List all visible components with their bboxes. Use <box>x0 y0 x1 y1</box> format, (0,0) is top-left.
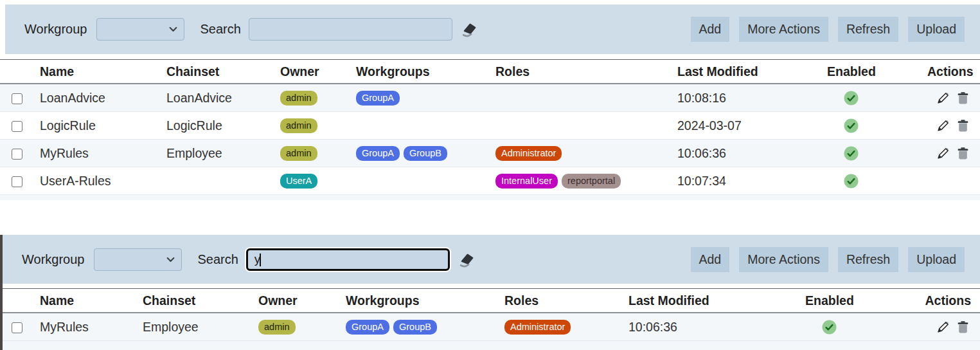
workgroup-select[interactable] <box>94 248 182 271</box>
column-header-actions: Actions <box>923 64 980 79</box>
column-header-roles[interactable]: Roles <box>492 64 673 79</box>
upload-button[interactable]: Upload <box>908 247 965 272</box>
table-row: MyRulesEmployeeadminGroupAGroupBAdminist… <box>0 140 980 167</box>
column-header-name[interactable]: Name <box>36 64 163 79</box>
check-circle-icon <box>822 320 920 335</box>
check-circle-icon <box>844 91 923 106</box>
checkbox-cell <box>0 174 36 189</box>
row-chainset: LoanAdvice <box>163 91 276 106</box>
refresh-button[interactable]: Refresh <box>838 247 898 272</box>
column-header-owner[interactable]: Owner <box>254 293 342 308</box>
workgroup-label: Workgroup <box>24 22 87 37</box>
column-header-owner[interactable]: Owner <box>276 64 352 79</box>
trash-icon[interactable] <box>956 91 970 105</box>
row-name: LogicRule <box>36 118 163 133</box>
column-header-chainset[interactable]: Chainset <box>163 64 276 79</box>
trash-icon[interactable] <box>956 119 970 133</box>
row-owner: UserA <box>276 173 352 189</box>
column-header-last-modified[interactable]: Last Modified <box>673 64 823 79</box>
row-checkbox[interactable] <box>12 322 22 333</box>
column-header-name[interactable]: Name <box>36 293 139 308</box>
owner-badge: UserA <box>280 174 317 189</box>
trash-icon[interactable] <box>956 147 970 160</box>
row-roles: Administrator <box>492 145 673 161</box>
column-header-last-modified[interactable]: Last Modified <box>625 293 801 308</box>
pencil-icon[interactable] <box>936 91 950 105</box>
table-row: LoanAdviceLoanAdviceadminGroupA10:08:16 <box>0 84 980 112</box>
row-checkbox[interactable] <box>12 149 22 160</box>
row-chainset: Employee <box>163 146 276 161</box>
row-enabled <box>823 118 923 133</box>
toolbar: Workgroup Search Add More Actions Refres <box>0 235 980 284</box>
column-header-workgroups[interactable]: Workgroups <box>342 293 501 308</box>
checkbox-cell <box>0 91 36 106</box>
chevron-down-icon <box>166 255 175 264</box>
upload-button[interactable]: Upload <box>908 17 965 42</box>
rules-management-page: Workgroup Search Add More Actions Refres <box>0 5 980 350</box>
chevron-down-icon <box>168 24 178 34</box>
eraser-icon[interactable] <box>458 251 476 268</box>
refresh-button[interactable]: Refresh <box>838 17 898 42</box>
eraser-icon[interactable] <box>461 21 478 38</box>
row-checkbox[interactable] <box>12 93 22 104</box>
row-roles: Administrator <box>501 319 625 335</box>
pencil-icon[interactable] <box>936 320 950 334</box>
row-owner: admin <box>276 118 352 134</box>
add-button[interactable]: Add <box>691 17 730 42</box>
row-enabled <box>823 174 923 189</box>
row-last-modified: 10:06:36 <box>625 320 801 335</box>
row-workgroups: GroupA <box>352 90 492 106</box>
role-badge: Administrator <box>495 146 562 161</box>
owner-badge: admin <box>280 146 317 161</box>
table-row: MyRulesEmployeeadminGroupAGroupBAdminist… <box>0 313 980 341</box>
column-header-roles[interactable]: Roles <box>501 293 625 308</box>
check-circle-icon <box>844 118 923 133</box>
toolbar: Workgroup Search Add More Actions Refres <box>5 5 980 54</box>
row-workgroups: GroupAGroupB <box>342 319 501 335</box>
row-last-modified: 10:07:34 <box>673 174 823 189</box>
role-badge: reportportal <box>562 174 621 189</box>
row-chainset: LogicRule <box>163 118 276 133</box>
column-header-chainset[interactable]: Chainset <box>139 293 254 308</box>
row-actions <box>923 91 980 105</box>
more-actions-button[interactable]: More Actions <box>739 247 828 272</box>
workgroup-badge: GroupA <box>346 320 389 335</box>
row-last-modified: 2024-03-07 <box>673 118 823 133</box>
pencil-icon[interactable] <box>936 119 950 133</box>
row-actions <box>923 119 980 133</box>
column-header-enabled[interactable]: Enabled <box>801 293 920 308</box>
column-header-workgroups[interactable]: Workgroups <box>352 64 492 79</box>
workgroup-select[interactable] <box>96 18 184 41</box>
row-actions <box>923 147 980 160</box>
role-badge: Administrator <box>504 320 571 335</box>
column-header-enabled[interactable]: Enabled <box>823 64 923 79</box>
row-owner: admin <box>276 90 352 106</box>
column-header-actions: Actions <box>920 293 980 308</box>
pencil-icon[interactable] <box>936 147 950 160</box>
search-input[interactable] <box>249 18 452 41</box>
add-button[interactable]: Add <box>691 247 730 272</box>
checkbox-cell <box>0 118 36 133</box>
owner-badge: admin <box>280 118 317 134</box>
row-roles: InternalUserreportportal <box>492 173 673 189</box>
row-name: MyRules <box>36 320 139 335</box>
owner-badge: admin <box>258 320 296 335</box>
row-last-modified: 10:06:36 <box>673 146 823 161</box>
search-input[interactable] <box>246 248 450 271</box>
trash-icon[interactable] <box>956 320 970 334</box>
empty-row-stripe <box>0 341 980 350</box>
row-last-modified: 10:08:16 <box>673 91 823 106</box>
workgroup-label: Workgroup <box>22 252 84 267</box>
row-checkbox[interactable] <box>12 176 22 187</box>
checkbox-cell <box>0 320 36 335</box>
workgroup-badge: GroupB <box>393 320 437 335</box>
row-checkbox[interactable] <box>12 121 22 132</box>
row-enabled <box>801 320 920 335</box>
row-actions <box>920 320 980 334</box>
workgroup-badge: GroupB <box>404 146 447 161</box>
row-workgroups: GroupAGroupB <box>352 145 492 161</box>
rules-table: Name Chainset Owner Workgroups Roles Las… <box>0 59 980 200</box>
more-actions-button[interactable]: More Actions <box>739 17 828 42</box>
search-label: Search <box>197 252 238 267</box>
text-caret <box>260 253 261 266</box>
